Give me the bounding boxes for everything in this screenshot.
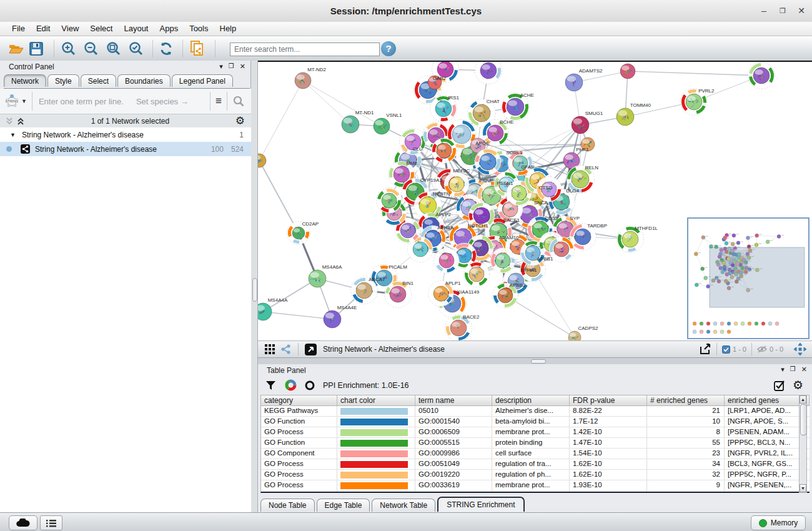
float-panel-icon[interactable]: ❒ <box>229 62 234 71</box>
minimize-button[interactable]: – <box>755 0 773 22</box>
horizontal-splitter[interactable] <box>258 358 812 364</box>
svg-text:PVRL2: PVRL2 <box>698 88 715 94</box>
task-list-button[interactable] <box>40 515 62 530</box>
column-header[interactable]: # enriched genes <box>647 395 725 405</box>
export-network-icon[interactable] <box>699 343 711 355</box>
cell-genes: [NGFR, PVRL2, IL... <box>725 449 800 459</box>
table-scrollbar[interactable]: ▲ ▼ <box>799 395 807 493</box>
table-row[interactable]: GO ProcessGO:0051049regulation of tra...… <box>261 459 810 470</box>
network-collection-row[interactable]: ▼ String Network - Alzheimer's disease 1 <box>0 127 251 142</box>
scroll-thumb[interactable] <box>800 404 807 435</box>
toolbar-separator <box>182 40 183 57</box>
tab-network[interactable]: Network <box>4 74 46 87</box>
cell-description: Alzheimer's dise... <box>492 406 570 416</box>
tab-network-table[interactable]: Network Table <box>372 499 435 512</box>
string-terms-input[interactable] <box>37 96 134 107</box>
cell-category: GO Component <box>261 449 337 459</box>
close-panel-icon[interactable]: ✕ <box>801 365 807 374</box>
panel-menu-icon[interactable]: ▾ <box>781 365 785 374</box>
tab-node-table[interactable]: Node Table <box>260 499 315 512</box>
window-title: Session: /tmp/enrichmentTest.cys <box>0 0 812 22</box>
menu-apps[interactable]: Apps <box>154 22 184 36</box>
ring-chart-icon[interactable] <box>304 380 315 391</box>
svg-text:APOE: APOE <box>475 141 489 146</box>
splitter-grip[interactable] <box>531 359 546 364</box>
float-panel-icon[interactable]: ❒ <box>790 365 796 374</box>
menu-file[interactable]: File <box>6 22 31 36</box>
tab-select[interactable]: Select <box>81 74 116 87</box>
set-species-label[interactable]: Set species → <box>136 97 189 106</box>
panel-menu-icon[interactable]: ▾ <box>219 62 223 71</box>
menu-tools[interactable]: Tools <box>184 22 214 36</box>
donut-chart-icon[interactable] <box>285 379 297 391</box>
column-header[interactable]: FDR p-value <box>570 395 647 405</box>
column-header[interactable]: term name <box>415 395 492 405</box>
detach-view-icon[interactable] <box>305 344 317 355</box>
table-row[interactable]: GO FunctionGO:0001540beta-amyloid bi...1… <box>261 417 810 427</box>
cell-term: GO:0033619 <box>415 480 492 490</box>
tree-expanded-icon[interactable]: ▼ <box>10 132 16 138</box>
column-header[interactable]: chart color <box>337 395 415 405</box>
tab-edge-table[interactable]: Edge Table <box>317 499 370 512</box>
table-row[interactable]: GO FunctionGO:0005515protein binding1.47… <box>261 438 810 449</box>
tab-string-enrichment[interactable]: STRING Enrichment <box>437 497 524 512</box>
refresh-icon[interactable] <box>157 40 175 57</box>
menu-help[interactable]: Help <box>214 22 242 36</box>
filter-icon[interactable] <box>265 380 276 390</box>
tab-legend-panel[interactable]: Legend Panel <box>172 74 233 87</box>
string-search-icon[interactable] <box>232 95 245 107</box>
scroll-down-arrow[interactable]: ▼ <box>800 484 806 492</box>
open-session-icon[interactable] <box>7 40 25 57</box>
close-button[interactable]: ✕ <box>792 0 811 22</box>
network-row[interactable]: String Network - Alzheimer's disease 100… <box>0 142 251 156</box>
zoom-out-icon[interactable] <box>82 40 100 57</box>
grid-view-icon[interactable] <box>264 344 275 355</box>
vertical-splitter[interactable] <box>251 61 258 512</box>
search-input[interactable] <box>230 42 380 56</box>
help-icon[interactable]: ? <box>381 41 396 56</box>
close-panel-icon[interactable]: ✕ <box>240 62 245 71</box>
table-row[interactable]: GO ComponentGO:0009986cell surface1.54E-… <box>261 449 810 459</box>
menu-select[interactable]: Select <box>84 22 118 36</box>
tab-boundaries[interactable]: Boundaries <box>117 74 171 87</box>
current-network-dot <box>6 146 12 152</box>
column-header[interactable]: enriched genes <box>725 395 800 405</box>
cloud-button[interactable] <box>9 515 37 530</box>
cloud-icon <box>16 519 30 527</box>
splitter-grip[interactable] <box>252 278 257 302</box>
collection-count: 1 <box>239 131 244 139</box>
table-row[interactable]: GO ProcessGO:0033619membrane prot...1.93… <box>261 480 810 491</box>
network-from-clipboard-icon[interactable] <box>189 40 206 57</box>
zoom-in-icon[interactable] <box>60 40 77 57</box>
svg-text:KIAA1149: KIAA1149 <box>457 289 480 295</box>
string-source-selector[interactable]: STRING ▼ <box>4 93 27 109</box>
column-header[interactable]: description <box>492 395 570 405</box>
table-row[interactable]: GO ProcessGO:0019220regulation of ph...1… <box>261 470 810 480</box>
menu-edit[interactable]: Edit <box>31 22 56 36</box>
memory-button[interactable]: Memory <box>751 515 806 530</box>
network-canvas[interactable]: MT-ND2MT-ND1VSNL1GAB2IRS1CHATBCHEACHEADA… <box>258 61 812 340</box>
table-row[interactable]: GO ProcessGO:0006509membrane prot...1.42… <box>261 427 810 438</box>
menu-layout[interactable]: Layout <box>118 22 154 36</box>
tab-style[interactable]: Style <box>47 74 79 87</box>
scroll-up-arrow[interactable]: ▲ <box>800 395 806 404</box>
birds-eye-view[interactable] <box>687 217 810 339</box>
zoom-selected-icon[interactable] <box>127 40 145 57</box>
select-columns-icon[interactable] <box>774 380 785 391</box>
zoom-fit-icon[interactable] <box>105 40 122 57</box>
pan-tool-icon[interactable] <box>793 342 807 356</box>
control-panel-tabs: NetworkStyleSelectBoundariesLegend Panel <box>4 74 250 89</box>
table-settings-gear-icon[interactable]: ⚙ <box>793 380 803 391</box>
expand-all-icon[interactable] <box>16 117 25 126</box>
network-panel-gear-icon[interactable]: ⚙ <box>235 114 245 127</box>
maximize-button[interactable]: ❐ <box>773 0 792 22</box>
column-header[interactable]: category <box>261 395 337 405</box>
table-row[interactable]: KEGG Pathways05010Alzheimer's dise...8.8… <box>261 406 810 417</box>
svg-text:SNCA: SNCA <box>534 200 548 206</box>
birdseye-toggle-icon[interactable] <box>280 344 292 355</box>
collapse-all-icon[interactable] <box>5 117 14 126</box>
string-options-icon[interactable]: ≡ <box>215 95 222 107</box>
table-row[interactable]: GO ProcessGO:0050435beta-amyloid m...2.0… <box>261 491 810 493</box>
save-session-icon[interactable] <box>27 40 45 57</box>
menu-view[interactable]: View <box>56 22 84 36</box>
